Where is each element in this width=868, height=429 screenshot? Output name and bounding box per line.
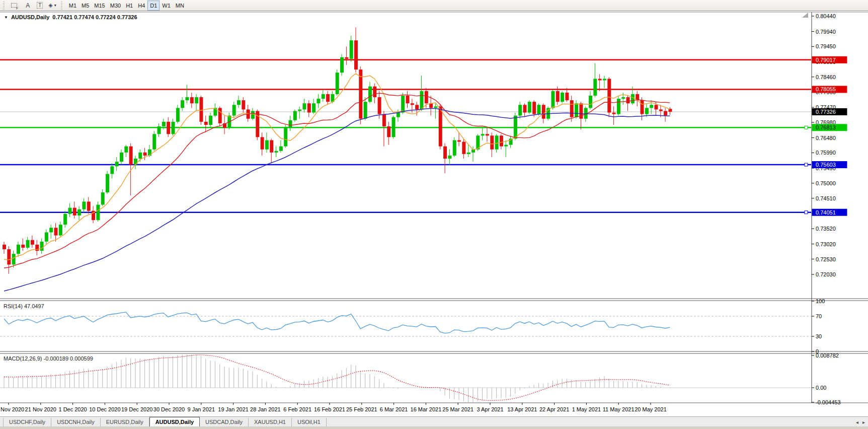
timeframe-mn-button[interactable]: MN	[173, 1, 187, 11]
svg-text:0.79017: 0.79017	[816, 57, 836, 63]
tab-usdcad-daily[interactable]: USDCAD,Daily	[200, 418, 249, 426]
ohlc-quotes: 0.77421 0.77474 0.77224 0.77326	[52, 14, 137, 20]
svg-text:0.73520: 0.73520	[816, 226, 836, 232]
svg-text:6 Mar 2021: 6 Mar 2021	[380, 406, 408, 412]
tab-usdcnh-daily[interactable]: USDCNH,Daily	[51, 418, 101, 426]
timeframe-h4-button[interactable]: H4	[135, 1, 147, 11]
svg-text:0.00: 0.00	[816, 385, 826, 391]
svg-text:0.008782: 0.008782	[816, 352, 839, 359]
timeframe-m30-button[interactable]: M30	[108, 1, 123, 11]
svg-text:100: 100	[816, 298, 825, 304]
svg-text:25 Mar 2021: 25 Mar 2021	[442, 406, 474, 412]
macd-label: MACD(12,26,9) -0.000189 0.000599	[4, 355, 93, 362]
svg-text:70: 70	[816, 313, 822, 319]
svg-text:0.75603: 0.75603	[816, 162, 836, 168]
svg-text:16 Mar 2021: 16 Mar 2021	[411, 406, 442, 412]
svg-text:0.79940: 0.79940	[816, 29, 836, 35]
svg-text:0.78460: 0.78460	[816, 74, 836, 80]
timeframe-m1-button[interactable]: M1	[66, 1, 79, 11]
tab-scroll-left-button[interactable]: ◂	[856, 419, 858, 425]
fibonacci-grid-icon: F	[11, 3, 19, 9]
svg-text:3 Apr 2021: 3 Apr 2021	[477, 406, 503, 412]
svg-text:19 Jan 2021: 19 Jan 2021	[218, 406, 249, 412]
svg-text:0.79450: 0.79450	[816, 43, 836, 49]
window-bottom-strip	[0, 426, 868, 429]
svg-text:0.75000: 0.75000	[816, 180, 836, 186]
rsi-label: RSI(14) 47.0497	[4, 303, 44, 309]
svg-text:0.73020: 0.73020	[816, 241, 836, 247]
svg-text:0.72530: 0.72530	[816, 256, 836, 262]
svg-text:25 Feb 2021: 25 Feb 2021	[346, 406, 377, 412]
chart-area: 0.804400.799400.794500.789500.784600.779…	[0, 11, 868, 416]
svg-text:19 Dec 2020: 19 Dec 2020	[121, 406, 152, 412]
tab-usdchf-daily[interactable]: USDCHF,Daily	[3, 418, 51, 426]
svg-text:12 Nov 2020: 12 Nov 2020	[0, 406, 24, 412]
toolbar-grip[interactable]	[61, 2, 64, 10]
chart-header: ▼ AUDUSD,Daily 0.77421 0.77474 0.77224 0…	[4, 14, 137, 20]
label-tool-button[interactable]: T	[34, 1, 46, 11]
timeframe-w1-button[interactable]: W1	[160, 1, 173, 11]
text-a-icon: A	[26, 2, 30, 9]
svg-text:0.72030: 0.72030	[816, 271, 836, 277]
svg-text:10 Dec 2020: 10 Dec 2020	[89, 406, 120, 412]
svg-text:0.76480: 0.76480	[816, 135, 836, 141]
svg-text:11 May 2021: 11 May 2021	[603, 406, 635, 412]
symbol-title: AUDUSD,Daily	[11, 14, 49, 20]
text-tool-button[interactable]: A	[22, 1, 34, 11]
arrows-tool-button[interactable]: ◈ ▾	[46, 1, 58, 11]
symbol-tab-bar: USDCHF,Daily USDCNH,Daily EURUSD,Daily A…	[0, 416, 868, 426]
svg-text:16 Feb 2021: 16 Feb 2021	[314, 406, 345, 412]
chart-canvas[interactable]: 0.804400.799400.794500.789500.784600.779…	[0, 11, 868, 416]
svg-text:0.75990: 0.75990	[816, 150, 836, 156]
svg-text:28 Jan 2021: 28 Jan 2021	[250, 406, 281, 412]
svg-text:0.74510: 0.74510	[816, 195, 836, 201]
tab-audusd-daily[interactable]: AUDUSD,Daily	[149, 417, 200, 426]
svg-text:30: 30	[816, 333, 822, 339]
fibonacci-tool-button[interactable]: F	[9, 1, 22, 11]
toolbar: F A T ◈ ▾ M1 M5 M15 M30 H1 H4 D1 W1 MN	[0, 0, 868, 11]
arrows-icon: ◈	[48, 2, 52, 9]
timeframe-m5-button[interactable]: M5	[79, 1, 92, 11]
caret-down-icon: ▾	[54, 3, 56, 8]
svg-text:6 Feb 2021: 6 Feb 2021	[283, 406, 311, 412]
svg-text:1 Dec 2020: 1 Dec 2020	[58, 406, 87, 412]
tab-scroll-controls: ◂ ▸	[856, 419, 865, 425]
svg-text:21 Nov 2020: 21 Nov 2020	[25, 406, 56, 412]
symbol-caret-icon[interactable]: ▼	[4, 15, 8, 20]
svg-text:0.78055: 0.78055	[816, 86, 836, 92]
svg-text:0.76813: 0.76813	[816, 124, 836, 130]
svg-text:0.74051: 0.74051	[816, 209, 836, 216]
toolbar-grip[interactable]	[3, 2, 7, 10]
svg-text:20 May 2021: 20 May 2021	[635, 406, 667, 412]
svg-text:1 May 2021: 1 May 2021	[572, 406, 601, 412]
svg-text:30 Dec 2020: 30 Dec 2020	[153, 406, 185, 412]
chart-shift-marker	[802, 13, 808, 18]
svg-text:13 Apr 2021: 13 Apr 2021	[507, 406, 537, 412]
svg-text:9 Jan 2021: 9 Jan 2021	[188, 406, 215, 412]
svg-text:0.77326: 0.77326	[816, 109, 836, 115]
svg-text:22 Apr 2021: 22 Apr 2021	[539, 406, 569, 412]
tab-eurusd-daily[interactable]: EURUSD,Daily	[101, 418, 149, 426]
timeframe-h1-button[interactable]: H1	[123, 1, 135, 11]
text-label-icon: T	[37, 2, 43, 9]
trading-app-window: F A T ◈ ▾ M1 M5 M15 M30 H1 H4 D1 W1 MN 0…	[0, 0, 868, 429]
timeframe-m15-button[interactable]: M15	[92, 1, 107, 11]
tab-scroll-right-button[interactable]: ▸	[862, 419, 865, 425]
svg-text:-0.004453: -0.004453	[816, 399, 841, 405]
tab-usoil-h1[interactable]: USOil,H1	[292, 418, 327, 426]
timeframe-d1-button[interactable]: D1	[147, 1, 160, 11]
svg-text:0.80440: 0.80440	[816, 13, 836, 19]
tab-xauusd-h1[interactable]: XAUUSD,H1	[249, 418, 292, 426]
